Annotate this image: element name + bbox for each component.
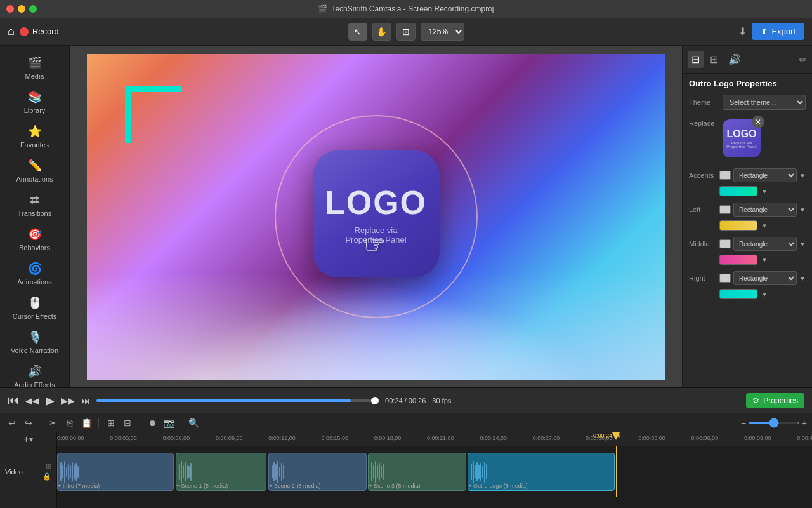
ruler-mark-0: 0:00:00,00	[57, 435, 84, 441]
record-button[interactable]: Record	[20, 27, 59, 36]
cursor-hand-icon: ☞	[363, 230, 386, 259]
ruler-mark-9: 0:00:09,00	[216, 435, 243, 441]
arrow-tool-button[interactable]: ↖	[348, 23, 367, 41]
accents-color-swatch-lg[interactable]	[719, 186, 757, 196]
paste-button[interactable]: 📋	[79, 416, 93, 430]
undo-button[interactable]: ↩	[5, 416, 19, 430]
left-color-row: ▼	[683, 219, 812, 234]
ruler-mark-15: 0:00:15,00	[322, 435, 349, 441]
clip-outro[interactable]: + Outro Logo (8 media)	[468, 453, 615, 491]
middle-label: Middle	[689, 240, 716, 248]
sidebar-item-media[interactable]: 🎬 Media	[0, 51, 69, 85]
copy-button[interactable]: ⎘	[63, 416, 77, 430]
progress-track[interactable]	[96, 399, 379, 402]
record-dot	[20, 27, 29, 36]
middle-color-swatch-lg[interactable]	[719, 255, 757, 265]
zoom-in-button[interactable]: +	[802, 418, 807, 428]
timeline-tools: ↩ ↪ ✂ ⎘ 📋 ⊞ ⊟ ⏺ 📷 🔍 − +	[0, 413, 812, 432]
sidebar-item-annotations[interactable]: ✏️ Annotations	[0, 154, 69, 188]
sidebar-item-cursor-effects[interactable]: 🖱️ Cursor Effects	[0, 291, 69, 325]
progress-thumb[interactable]	[371, 397, 379, 404]
properties-button[interactable]: ⚙ Properties	[746, 393, 804, 408]
sidebar-item-voice-narration[interactable]: 🎙️ Voice Narration	[0, 325, 69, 359]
logo-preview-wrapper: LOGO Replace viaProperties Panel ✕	[723, 119, 761, 157]
redo-button[interactable]: ↪	[22, 416, 36, 430]
properties-btn-label: Properties	[763, 396, 798, 405]
add-outro-logo-button[interactable]: + Outro Logo (8 media)	[468, 483, 527, 489]
hand-tool-button[interactable]: ✋	[372, 23, 391, 41]
cut-button[interactable]: ✂	[46, 416, 60, 430]
annotations-icon: ✏️	[28, 159, 42, 173]
zoom-select[interactable]: 125% 50% 75% 100% 150% 200%	[421, 23, 464, 41]
sidebar-item-transitions[interactable]: ⇄ Transitions	[0, 188, 69, 222]
accents-chevron-icon: ▼	[799, 172, 806, 179]
sidebar-item-behaviors[interactable]: 🎯 Behaviors	[0, 222, 69, 257]
zoom-range-input[interactable]	[749, 422, 799, 424]
middle-shape-select[interactable]: Rectangle	[733, 237, 797, 251]
theme-select[interactable]: Select theme...	[723, 95, 806, 110]
export-button[interactable]: ⬆ Export	[752, 23, 804, 40]
screenshot-button[interactable]: 📷	[162, 416, 176, 430]
track-labels: Video ⊞ 🔒	[0, 446, 57, 508]
middle-color-chevron[interactable]: ▼	[761, 257, 768, 264]
close-button[interactable]	[6, 5, 14, 13]
audio-effects-icon: 🔊	[28, 364, 42, 378]
play-button[interactable]: ▶	[46, 394, 55, 408]
step-forward-button[interactable]: ▶▶	[61, 396, 75, 406]
zoom-button[interactable]: 🔍	[187, 416, 200, 430]
right-color-chevron[interactable]: ▼	[761, 291, 768, 298]
right-label: Right	[689, 274, 716, 282]
step-back-button[interactable]: ◀◀	[25, 396, 39, 406]
home-button[interactable]: ⌂	[8, 25, 15, 38]
panel-tab-callout[interactable]: ⊞	[706, 51, 722, 68]
forward-button[interactable]: ⏭	[81, 396, 90, 406]
zoom-out-button[interactable]: −	[741, 418, 746, 428]
traffic-lights	[6, 5, 37, 13]
track-lock-button[interactable]: 🔒	[43, 472, 51, 481]
close-replace-button[interactable]: ✕	[752, 116, 764, 128]
add-scene-2-button[interactable]: + Scene 2 (5 media)	[269, 483, 320, 489]
clip-intro[interactable]: + Intro (7 media)	[57, 453, 174, 491]
expand-button[interactable]: ▾	[29, 435, 33, 444]
track-expand-button[interactable]: ⊞	[46, 462, 51, 471]
group-button[interactable]: ⊞	[104, 416, 118, 430]
rewind-button[interactable]: ⏮	[8, 394, 19, 407]
add-scene-1-button[interactable]: + Scene 1 (5 media)	[176, 483, 228, 489]
sidebar-item-favorites[interactable]: ⭐ Favorites	[0, 119, 69, 154]
ruler-marks-container: 0:00:24,04 0:00:00,00 0:00:03,00 0:00:06…	[57, 432, 812, 446]
left-color-swatch-lg[interactable]	[719, 220, 757, 231]
maximize-button[interactable]	[29, 5, 37, 13]
sidebar-item-library[interactable]: 📚 Library	[0, 85, 69, 119]
accents-color-chevron[interactable]: ▼	[761, 188, 768, 195]
panel-edit-button[interactable]: ✏	[799, 55, 807, 65]
split-button[interactable]: ⊟	[121, 416, 134, 430]
add-track-button[interactable]: +	[23, 434, 29, 445]
add-scene-intro-button[interactable]: + Intro (7 media)	[58, 483, 100, 489]
panel-tab-properties[interactable]: ⊟	[688, 51, 704, 68]
right-shape-select[interactable]: Rectangle	[733, 271, 797, 285]
clip-scene2[interactable]: + Scene 2 (5 media)	[268, 453, 367, 491]
clip-scene3[interactable]: + Scene 3 (5 media)	[368, 453, 466, 491]
panel-tabs: ⊟ ⊞ 🔊 ✏	[683, 46, 812, 74]
download-button[interactable]: ⬇	[738, 25, 747, 37]
accents-shape-select[interactable]: Rectangle	[733, 168, 797, 182]
logo-preview[interactable]: LOGO Replace viaProperties Panel ✕	[723, 119, 761, 157]
left-color-swatch	[719, 205, 731, 214]
accents-row: Accents Rectangle ▼	[683, 166, 812, 185]
sidebar-item-library-label: Library	[24, 107, 46, 114]
sidebar-item-animations[interactable]: 🌀 Animations	[0, 257, 69, 291]
left-color-chevron[interactable]: ▼	[761, 222, 768, 229]
clip-scene1[interactable]: + Scene 1 (5 media)	[176, 453, 266, 491]
panel-tab-audio[interactable]: 🔊	[724, 51, 745, 68]
crop-tool-button[interactable]: ⊡	[396, 23, 416, 41]
logo-preview-text: LOGO	[726, 128, 756, 140]
right-color-swatch-lg[interactable]	[719, 289, 757, 299]
replace-label: Replace	[689, 119, 717, 127]
add-scene-3-button[interactable]: + Scene 3 (5 media)	[369, 483, 420, 489]
time-current: 00:24	[385, 397, 403, 404]
minimize-button[interactable]	[18, 5, 25, 13]
left-shape-select[interactable]: Rectangle	[733, 203, 797, 217]
video-track-label: Video ⊞ 🔒	[0, 446, 56, 497]
record-timeline-button[interactable]: ⏺	[145, 416, 159, 430]
accents-shape-wrap: Rectangle ▼	[719, 168, 806, 182]
